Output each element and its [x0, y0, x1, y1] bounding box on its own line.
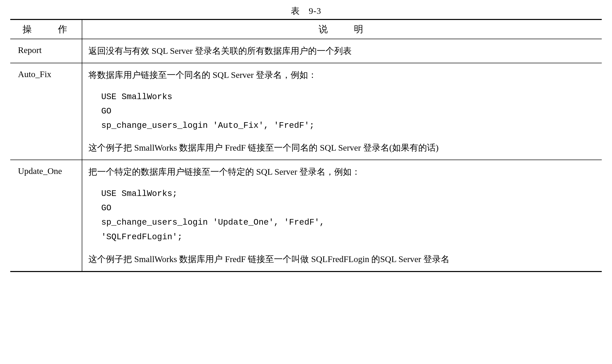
- table-caption: 表 9-3: [10, 5, 602, 17]
- desc-text: 将数据库用户链接至一个同名的 SQL Server 登录名，例如：: [88, 66, 596, 84]
- table-row: Update_One 把一个特定的数据库用户链接至一个特定的 SQL Serve…: [10, 160, 602, 271]
- desc-text: 这个例子把 SmallWorks 数据库用户 FredF 链接至一个同名的 SQ…: [88, 139, 596, 157]
- doc-table: 操 作 说 明 Report 返回没有与有效 SQL Server 登录名关联的…: [10, 19, 602, 272]
- table-row: Report 返回没有与有效 SQL Server 登录名关联的所有数据库用户的…: [10, 39, 602, 63]
- table-header-row: 操 作 说 明: [10, 19, 602, 39]
- code-block: USE SmallWorks; GO sp_change_users_login…: [101, 187, 596, 244]
- op-autofix: Auto_Fix: [10, 63, 82, 160]
- op-updateone: Update_One: [10, 160, 82, 271]
- desc-text: 这个例子把 SmallWorks 数据库用户 FredF 链接至一个叫做 SQL…: [88, 251, 596, 268]
- desc-report: 返回没有与有效 SQL Server 登录名关联的所有数据库用户的一个列表: [82, 39, 602, 63]
- header-operation: 操 作: [10, 19, 82, 39]
- op-report: Report: [10, 39, 82, 63]
- code-block: USE SmallWorks GO sp_change_users_login …: [101, 90, 596, 133]
- desc-text: 把一个特定的数据库用户链接至一个特定的 SQL Server 登录名，例如：: [88, 163, 596, 181]
- desc-autofix: 将数据库用户链接至一个同名的 SQL Server 登录名，例如： USE Sm…: [82, 63, 602, 160]
- table-row: Auto_Fix 将数据库用户链接至一个同名的 SQL Server 登录名，例…: [10, 63, 602, 160]
- desc-updateone: 把一个特定的数据库用户链接至一个特定的 SQL Server 登录名，例如： U…: [82, 160, 602, 271]
- desc-text: 返回没有与有效 SQL Server 登录名关联的所有数据库用户的一个列表: [88, 42, 596, 60]
- header-description: 说 明: [82, 19, 602, 39]
